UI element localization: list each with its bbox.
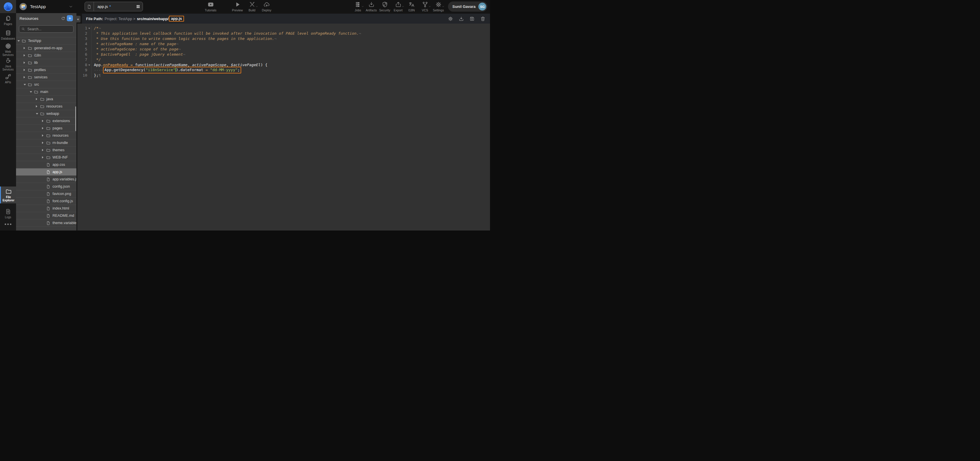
tree-item-WEB-INF[interactable]: WEB-INF <box>16 154 76 161</box>
caret-down-icon[interactable] <box>36 113 40 114</box>
menu-label: Preview <box>232 8 243 12</box>
sidebar-item-logs[interactable]: Logs <box>0 206 16 221</box>
more-menu-button[interactable] <box>0 223 16 225</box>
menu-export[interactable]: Export <box>392 0 404 13</box>
top-bar: TestApp app.js * TutorialsPreviewBuildDe… <box>0 0 490 13</box>
tree-item-lib[interactable]: lib <box>16 59 76 67</box>
app-logo[interactable] <box>0 0 16 13</box>
user-menu[interactable]: Sunil Gavara SG <box>448 2 487 12</box>
menu-label: Jobs <box>355 8 361 12</box>
tree-item-label: resources <box>52 133 68 138</box>
gutter-spacer <box>87 73 91 78</box>
menu-security[interactable]: Security <box>378 0 391 13</box>
caret-right-icon[interactable] <box>42 120 46 122</box>
caret-right-icon[interactable] <box>24 69 28 71</box>
tree-item-config.json[interactable]: config.json <box>16 183 76 190</box>
code-line-5: 5 * activePageScope: scope of the page¬ <box>77 47 490 52</box>
caret-right-icon[interactable] <box>42 149 46 151</box>
sidebar-item-pages[interactable]: Pages <box>0 13 16 28</box>
save-icon[interactable] <box>469 16 475 22</box>
code-line-9: 9····App.getDependency("i18nService").da… <box>77 68 490 73</box>
grid-view-icon[interactable] <box>136 5 140 9</box>
caret-right-icon[interactable] <box>42 156 46 158</box>
caret-down-icon[interactable] <box>24 84 28 86</box>
tree-item-app.variables.js[interactable]: app.variables.js <box>16 176 76 183</box>
tree-item-services[interactable]: services <box>16 74 76 81</box>
tree-item-label: app.js <box>52 170 62 174</box>
tree-item-java[interactable]: java <box>16 95 76 103</box>
refresh-icon[interactable] <box>61 16 65 21</box>
file-path-label: File Path: <box>86 17 103 21</box>
tree-item-TestApp[interactable]: TestApp <box>16 37 76 44</box>
tree-item-app.js[interactable]: app.js <box>16 168 76 176</box>
menu-deploy[interactable]: Deploy <box>260 0 273 13</box>
line-number: 6 <box>77 52 87 57</box>
security-icon <box>382 1 388 8</box>
add-resource-button[interactable]: + <box>67 15 73 21</box>
sidebar-item-databases[interactable]: Databases <box>0 28 16 42</box>
project-switcher[interactable]: TestApp <box>19 0 46 13</box>
menu-artifacts[interactable]: Artifacts <box>365 0 378 13</box>
caret-down-icon[interactable] <box>18 40 22 42</box>
caret-down-icon[interactable] <box>30 91 34 93</box>
fold-caret-icon[interactable] <box>87 62 91 68</box>
tree-item-themes[interactable]: themes <box>16 147 76 154</box>
databases-icon <box>5 30 11 36</box>
collapse-panel-button[interactable]: « <box>76 16 81 22</box>
menu-vcs[interactable]: VCS <box>418 0 431 13</box>
deploy-icon <box>263 1 270 8</box>
folder-icon <box>34 90 38 94</box>
caret-right-icon[interactable] <box>36 105 40 108</box>
download-icon[interactable] <box>458 16 464 22</box>
tree-item-resources[interactable]: resources <box>16 132 76 139</box>
tree-item-resources[interactable]: resources <box>16 103 76 110</box>
sidebar-item-apis[interactable]: APIs <box>0 71 16 86</box>
tree-item-i18n[interactable]: i18n <box>16 52 76 59</box>
menu-i18n[interactable]: I18N <box>405 0 418 13</box>
activity-rail: PagesDatabasesWeb ServicesJava ServicesA… <box>0 13 16 230</box>
tab-app-js[interactable]: app.js * <box>84 2 143 11</box>
tree-item-generated-rn-app[interactable]: generated-rn-app <box>16 44 76 52</box>
tree-item-pages[interactable]: pages <box>16 125 76 132</box>
menu-jobs[interactable]: Jobs <box>352 0 364 13</box>
menu-build[interactable]: Build <box>246 0 258 13</box>
tree-item-src[interactable]: src <box>16 81 76 88</box>
chevron-down-icon[interactable] <box>69 5 73 9</box>
trash-icon[interactable] <box>480 16 485 22</box>
menu-tutorials[interactable]: Tutorials <box>204 0 217 13</box>
caret-right-icon[interactable] <box>42 134 46 137</box>
tree-item-README.md[interactable]: README.md <box>16 212 76 219</box>
caret-right-icon[interactable] <box>24 54 28 57</box>
gear-icon[interactable] <box>448 16 453 22</box>
code-editor[interactable]: 1/*¬2 * This application level callback … <box>77 24 490 230</box>
tree-item-rn-bundle[interactable]: rn-bundle <box>16 139 76 147</box>
menu-settings[interactable]: Settings <box>432 0 445 13</box>
tree-item-index.html[interactable]: index.html <box>16 205 76 212</box>
fold-caret-icon[interactable] <box>87 25 91 31</box>
folder-icon <box>28 75 32 79</box>
tree-item-webapp[interactable]: webapp <box>16 110 76 117</box>
tree-item-favicon.png[interactable]: favicon.png <box>16 190 76 198</box>
caret-right-icon[interactable] <box>36 98 40 100</box>
caret-right-icon[interactable] <box>24 62 28 64</box>
caret-right-icon[interactable] <box>42 142 46 144</box>
tree-item-font.config.js[interactable]: font.config.js <box>16 198 76 205</box>
tree-item-main[interactable]: main <box>16 88 76 95</box>
sidebar-item-java-services[interactable]: Java Services <box>0 57 16 71</box>
settings-icon <box>435 1 442 8</box>
sidebar-item-file-explorer[interactable]: File Explorer <box>0 187 16 203</box>
tree-item-theme.variables[interactable]: theme.variables <box>16 219 76 227</box>
panel-scrollbar[interactable] <box>75 106 76 131</box>
tree-item-app.css[interactable]: app.css <box>16 161 76 168</box>
caret-right-icon[interactable] <box>24 76 28 78</box>
line-number: 2 <box>77 31 87 36</box>
sidebar-item-web-services[interactable]: Web Services <box>0 42 16 57</box>
search-input[interactable] <box>27 27 71 32</box>
menu-preview[interactable]: Preview <box>231 0 244 13</box>
chevron-down-icon <box>402 5 404 8</box>
caret-right-icon[interactable] <box>24 47 28 49</box>
caret-right-icon[interactable] <box>42 127 46 129</box>
tree-item-extensions[interactable]: extensions <box>16 117 76 125</box>
file-icon <box>46 170 51 174</box>
tree-item-profiles[interactable]: profiles <box>16 67 76 74</box>
